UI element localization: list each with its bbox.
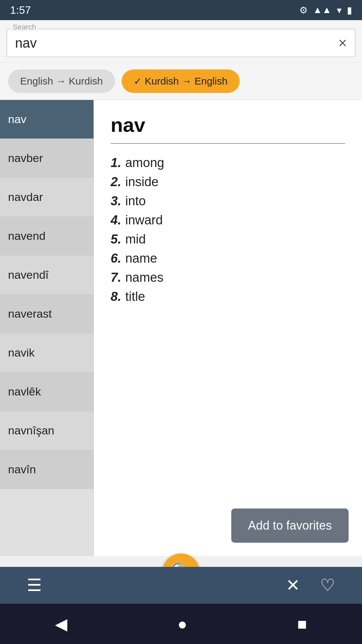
bottom-bar: ☰ ✕ ♡ bbox=[0, 567, 362, 604]
favorites-button[interactable]: ♡ bbox=[320, 576, 335, 595]
status-bar: 1:57 ⚙ ▲▲ ▾ ▮ bbox=[0, 0, 362, 20]
definition-item: 6. name bbox=[111, 251, 345, 266]
wifi-icon: ▾ bbox=[337, 5, 342, 16]
status-icons: ⚙ ▲▲ ▾ ▮ bbox=[299, 5, 352, 16]
list-item[interactable]: navend bbox=[0, 217, 94, 256]
home-button[interactable]: ● bbox=[177, 615, 187, 633]
status-time: 1:57 bbox=[10, 4, 31, 16]
search-label: Search bbox=[11, 23, 38, 32]
recent-button[interactable]: ■ bbox=[297, 615, 307, 633]
list-item[interactable]: navnîşan bbox=[0, 411, 94, 450]
shuffle-icon: ✕ bbox=[286, 576, 300, 595]
list-item[interactable]: navber bbox=[0, 139, 94, 178]
definition-panel: nav 1. among 2. inside 3. into 4. inward… bbox=[94, 100, 362, 556]
word-list: nav navber navdar navend navendî naveras… bbox=[0, 100, 94, 556]
definition-divider bbox=[111, 143, 345, 144]
definition-item: 5. mid bbox=[111, 232, 345, 247]
definition-word: nav bbox=[111, 113, 345, 137]
list-item[interactable]: navîn bbox=[0, 450, 94, 489]
list-item[interactable]: navendî bbox=[0, 256, 94, 294]
checkmark-icon: ✓ bbox=[134, 76, 141, 87]
tab-english-kurdish[interactable]: English → Kurdish bbox=[8, 69, 115, 93]
shuffle-button[interactable]: ✕ bbox=[286, 576, 300, 595]
sim-icon: ▲▲ bbox=[313, 5, 331, 15]
tab-ku-en-label: Kurdish → English bbox=[145, 75, 228, 87]
search-container: Search nav × bbox=[0, 20, 362, 63]
definition-item: 2. inside bbox=[111, 175, 345, 189]
search-value: nav bbox=[15, 36, 338, 51]
definition-item: 7. names bbox=[111, 270, 345, 285]
definition-item: 3. into bbox=[111, 194, 345, 208]
search-input-wrapper: nav × bbox=[7, 29, 355, 57]
add-favorites-button[interactable]: Add to favorites bbox=[231, 508, 349, 543]
definition-item: 1. among bbox=[111, 156, 345, 170]
clear-button[interactable]: × bbox=[338, 35, 347, 51]
list-item[interactable]: nav bbox=[0, 100, 94, 139]
settings-icon: ⚙ bbox=[299, 5, 308, 16]
definition-item: 8. title bbox=[111, 289, 345, 304]
tab-kurdish-english[interactable]: ✓ Kurdish → English bbox=[122, 69, 240, 93]
menu-button[interactable]: ☰ bbox=[27, 576, 42, 595]
nav-bar: ◀ ● ■ bbox=[0, 604, 362, 644]
definition-item: 4. inward bbox=[111, 213, 345, 227]
list-item[interactable]: navik bbox=[0, 333, 94, 372]
definition-list: 1. among 2. inside 3. into 4. inward 5. … bbox=[111, 156, 345, 304]
language-tabs: English → Kurdish ✓ Kurdish → English bbox=[0, 63, 362, 100]
main-area: nav navber navdar navend navendî naveras… bbox=[0, 100, 362, 556]
tab-en-ku-label: English → Kurdish bbox=[20, 75, 103, 87]
back-button[interactable]: ◀ bbox=[55, 614, 67, 633]
heart-icon: ♡ bbox=[320, 576, 335, 595]
list-item[interactable]: navdar bbox=[0, 178, 94, 217]
battery-icon: ▮ bbox=[347, 5, 352, 16]
list-item[interactable]: naverast bbox=[0, 294, 94, 333]
list-item[interactable]: navlêk bbox=[0, 372, 94, 411]
